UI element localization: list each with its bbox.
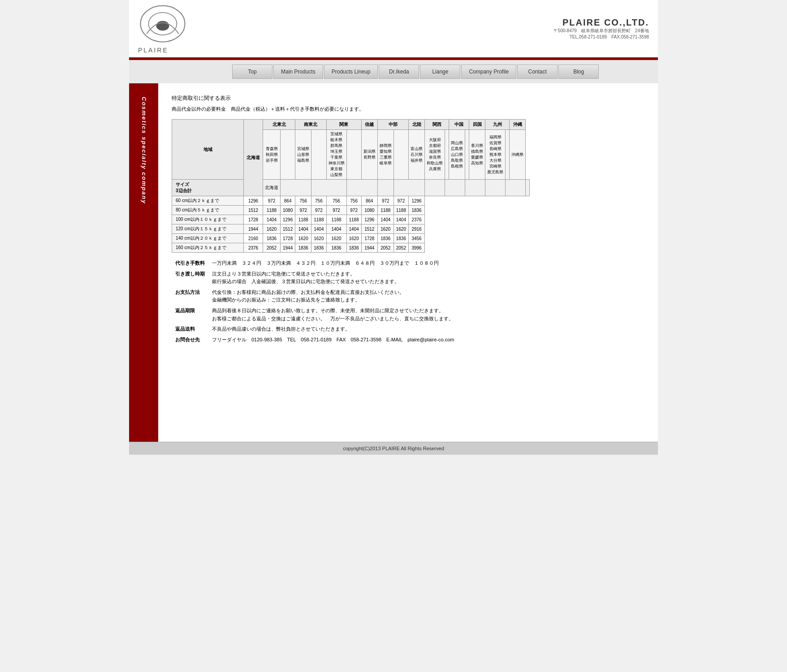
page-title1: 特定商取引に関する表示 bbox=[172, 95, 644, 102]
kyushu-sub2 bbox=[506, 130, 510, 180]
cash-on-delivery-row: 代引き手数料 一万円未満 ３２４円 ３万円未満 ４３２円 １０万円未満 ６４８円… bbox=[172, 258, 644, 269]
return-shipping-label: 返品送料 bbox=[172, 324, 208, 335]
navigation: Top Main Products Products Lineup Dr.Ike… bbox=[129, 60, 658, 83]
cod-label: 代引き手数料 bbox=[172, 258, 208, 269]
company-info: PLAIRE CO.,LTD. 〒500-8479 岐阜県岐阜市茜部長野町 24… bbox=[553, 17, 649, 40]
chubu-sub: 静岡県愛知県三重県岐阜県 bbox=[377, 130, 394, 180]
shikoku-header: 四国 bbox=[469, 120, 485, 130]
s-tohoku-sub2 bbox=[311, 130, 326, 180]
shipping-row: 120 cm以内１５ｋｇまで19441620151214041404140414… bbox=[172, 224, 530, 234]
cod-text: 一万円未満 ３２４円 ３万円未満 ４３２円 １０万円未満 ６４８円 ３０万円まで… bbox=[208, 258, 644, 269]
delivery-label: 引き渡し時期 bbox=[172, 269, 208, 287]
kyushu-sub: 福岡県佐賀県長崎県熊本県大分県宮崎県鹿児島県 bbox=[485, 130, 506, 180]
payment-text: 代金引換：お客様宛に商品お届けの際、お支払料金を配達員に直接お支払いください。 … bbox=[208, 287, 644, 306]
footer-text: copyright(C)2013 PLAIRE All Rights Reser… bbox=[343, 446, 444, 451]
s-tohoku-label bbox=[311, 180, 346, 196]
return-period-row: 返品期限 商品到着後８日以内にご連絡をお願い致します。その際、未使用、未開封品に… bbox=[172, 306, 644, 324]
hokuriku-label bbox=[425, 180, 445, 196]
left-sidebar: Cosmetics specialty company bbox=[129, 83, 158, 442]
info-table: 代引き手数料 一万円未満 ３２４円 ３万円未満 ４３２円 １０万円未満 ６４８円… bbox=[172, 258, 644, 345]
tohoku-header: 北東北 bbox=[263, 120, 295, 130]
sidebar-text: Cosmetics specialty company bbox=[140, 97, 147, 204]
shipping-row: 160 cm以内２５ｋｇまで23762052194418361836183618… bbox=[172, 243, 530, 253]
payment-label: お支払方法 bbox=[172, 287, 208, 306]
logo-text: PLAIRE bbox=[138, 47, 187, 54]
page-subtitle: 商品代金以外の必要料金 商品代金（税込）＋送料＋代引き手数料が必要になります。 bbox=[172, 106, 644, 112]
chugoku-label bbox=[465, 180, 485, 196]
kansai-sub: 大阪府京都府滋賀県奈良県和歌山県兵庫県 bbox=[425, 130, 445, 180]
logo-section: PLAIRE bbox=[138, 4, 187, 54]
kansai-sub2 bbox=[445, 130, 449, 180]
shipping-row: 140 cm以内２０ｋｇまで21601836172816201620162016… bbox=[172, 234, 530, 243]
return-period-text: 商品到着後８日以内にご連絡をお願い致します。その際、未使用、未開封品に限定させて… bbox=[208, 306, 644, 324]
chubu-sub2 bbox=[394, 130, 408, 180]
shinetsu-header: 信越 bbox=[361, 120, 377, 130]
okinawa-sub: 沖縄県 bbox=[510, 130, 526, 180]
nav-company-profile-button[interactable]: Company Profile bbox=[461, 65, 516, 79]
company-postal: 〒500-8479 岐阜県岐阜市茜部長野町 24番地 bbox=[553, 28, 649, 34]
region-header: 地域 bbox=[172, 120, 244, 180]
nav-blog-button[interactable]: Blog bbox=[558, 65, 599, 79]
kanto-sub: 茨城県栃木県群馬県埼玉県千葉県神奈川県東京都山梨県 bbox=[326, 130, 346, 180]
okinawa-label bbox=[526, 180, 530, 196]
delivery-row: 引き渡し時期 注文日より３営業日以内に宅急便にて発送させていただきます。 銀行振… bbox=[172, 269, 644, 287]
chugoku-sub2 bbox=[465, 130, 469, 180]
main-content: 特定商取引に関する表示 商品代金以外の必要料金 商品代金（税込）＋送料＋代引き手… bbox=[158, 83, 658, 442]
company-name: PLAIRE CO.,LTD. bbox=[553, 17, 649, 28]
hokuriku-sub: 富山県石川県福井県 bbox=[409, 130, 425, 180]
return-shipping-row: 返品送料 不良品や商品違いの場合は、弊社負担とさせていただきます。 bbox=[172, 324, 644, 335]
okinawa-header: 沖縄 bbox=[510, 120, 526, 130]
kyushu-label bbox=[506, 180, 526, 196]
shipping-row: 100 cm以内１０ｋｇまで17281404129611881188118811… bbox=[172, 215, 530, 224]
shinetsu-sub: 新潟県長野県 bbox=[361, 130, 377, 180]
shipping-row: 80 cm以内５ｋｇまで1512118810809729729729721080… bbox=[172, 206, 530, 215]
shinetsu-label bbox=[377, 180, 394, 196]
chugoku-header: 中国 bbox=[449, 120, 469, 130]
chubu-header: 中部 bbox=[377, 120, 408, 130]
nav-products-lineup-button[interactable]: Products Lineup bbox=[324, 65, 378, 79]
shikoku-label bbox=[485, 180, 506, 196]
size-header: サイズ3辺合計 bbox=[172, 180, 244, 196]
nav-top-button[interactable]: Top bbox=[232, 65, 272, 79]
kansai-label bbox=[445, 180, 465, 196]
nav-contact-button[interactable]: Contact bbox=[517, 65, 558, 79]
shipping-row: 60 cm以内２ｋｇまで1296972864756756756756864972… bbox=[172, 196, 530, 206]
hokkaido-header: 北海道 bbox=[244, 120, 263, 196]
payment-row: お支払方法 代金引換：お客様宛に商品お届けの際、お支払料金を配達員に直接お支払い… bbox=[172, 287, 644, 306]
return-shipping-text: 不良品や商品違いの場合は、弊社負担とさせていただきます。 bbox=[208, 324, 644, 335]
tohoku-sub2 bbox=[281, 130, 295, 180]
kansai-header: 関西 bbox=[425, 120, 449, 130]
logo-image bbox=[138, 4, 187, 44]
kanto-sub2 bbox=[346, 130, 361, 180]
footer: copyright(C)2013 PLAIRE All Rights Reser… bbox=[129, 442, 658, 455]
contact-label: お問合せ先 bbox=[172, 335, 208, 345]
s-tohoku-header: 南東北 bbox=[295, 120, 326, 130]
company-tel: TEL.058-271-0189 FAX.058-271-3598 bbox=[553, 34, 649, 40]
nav-dr-ikeda-button[interactable]: Dr.Ikeda bbox=[379, 65, 419, 79]
kyushu-header: 九州 bbox=[485, 120, 510, 130]
kanto-label bbox=[346, 180, 377, 196]
shikoku-sub: 香川県徳島県愛媛県高知県 bbox=[469, 130, 485, 180]
contact-text: フリーダイヤル 0120-983-385 TEL 058-271-0189 FA… bbox=[208, 335, 644, 345]
s-tohoku-sub: 宮城県山形県福島県 bbox=[295, 130, 311, 180]
return-period-label: 返品期限 bbox=[172, 306, 208, 324]
shipping-table: 地域 北海道 北東北 南東北 関東 信越 中部 北陸 関西 中国 四国 九州 沖… bbox=[172, 119, 530, 253]
kanto-header: 関東 bbox=[326, 120, 361, 130]
chugoku-sub: 岡山県広島県山口県鳥取県島根県 bbox=[449, 130, 465, 180]
chubu-label bbox=[394, 180, 424, 196]
delivery-text: 注文日より３営業日以内に宅急便にて発送させていただきます。 銀行振込の場合 入金… bbox=[208, 269, 644, 287]
hokkaido-sub: 北海道 bbox=[263, 180, 281, 196]
tohoku-label bbox=[281, 180, 311, 196]
tohoku-sub: 青森県秋田県岩手県 bbox=[263, 130, 281, 180]
nav-main-products-button[interactable]: Main Products bbox=[273, 65, 323, 79]
nav-liange-button[interactable]: Liange bbox=[420, 65, 460, 79]
contact-row: お問合せ先 フリーダイヤル 0120-983-385 TEL 058-271-0… bbox=[172, 335, 644, 345]
hokuriku-header: 北陸 bbox=[409, 120, 425, 130]
